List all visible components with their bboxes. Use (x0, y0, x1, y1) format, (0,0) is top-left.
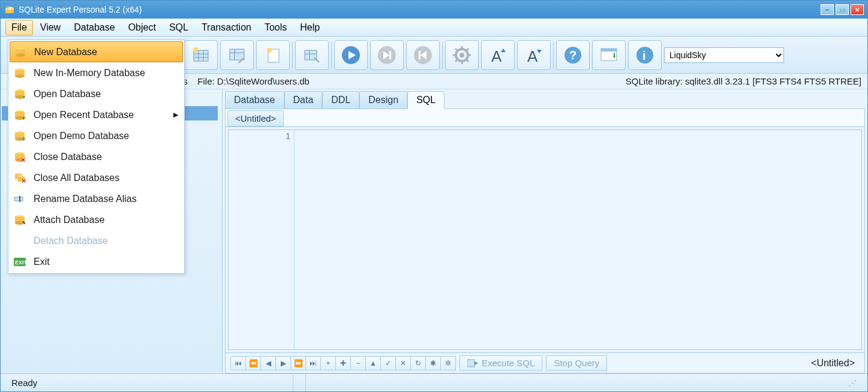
db-recent-icon: + (12, 107, 28, 123)
step-forward-button[interactable] (370, 40, 404, 70)
menu-help[interactable]: Help (294, 20, 326, 35)
nav-edit[interactable]: ▲ (365, 356, 381, 370)
menu-file[interactable]: File (5, 20, 33, 35)
nav-remove[interactable]: − (350, 356, 366, 370)
menu-sql[interactable]: SQL (163, 20, 194, 35)
svg-text:A: A (527, 47, 538, 65)
menu-item-label: Close Database (34, 152, 102, 162)
menu-object[interactable]: Object (122, 20, 162, 35)
data-view-button[interactable] (295, 40, 329, 70)
stop-query-button[interactable]: Stop Query (546, 355, 607, 371)
rename-icon (12, 191, 28, 207)
font-increase-button[interactable]: A (481, 40, 515, 70)
nav-add[interactable]: + (320, 356, 336, 370)
step-forward-icon (376, 44, 398, 66)
nav-refresh[interactable]: ↻ (410, 356, 426, 370)
close-button[interactable]: ✕ (851, 4, 864, 15)
exit-icon: EXIT (12, 254, 28, 270)
font-decrease-button[interactable]: A (517, 40, 551, 70)
app-icon (4, 4, 15, 15)
svg-text:EXIT: EXIT (15, 260, 26, 266)
nav-clearbm[interactable]: ✲ (440, 356, 456, 370)
status-text: Ready (5, 374, 293, 391)
settings-button[interactable] (445, 40, 479, 70)
script-new-icon (263, 46, 283, 65)
menu-close-all-databases[interactable]: × Close All Databases (10, 167, 183, 188)
svg-rect-9 (230, 49, 244, 60)
svg-text:×: × (22, 176, 26, 185)
design-table-button[interactable] (220, 40, 254, 70)
file-path-label: ts File: D:\SqliteWord\users.db (181, 76, 310, 86)
menu-open-recent-database[interactable]: + Open Recent Database ▶ (10, 104, 183, 125)
sqlite-lib-label: SQLite library: sqlite3.dll 3.23.1 [FTS3… (626, 76, 861, 86)
nav-prevpage[interactable]: ⏪ (245, 356, 261, 370)
subtab-untitled[interactable]: <Untitled> (227, 110, 284, 126)
menu-close-database[interactable]: × Close Database (10, 146, 183, 167)
svg-rect-24 (419, 51, 421, 59)
maximize-button[interactable]: ▭ (836, 4, 849, 15)
menu-item-label: Rename Database Alias (34, 194, 137, 204)
resize-grip-icon[interactable]: ⋰ (848, 378, 857, 388)
db-demo-icon: + (12, 128, 28, 144)
nav-bookmark[interactable]: ✱ (425, 356, 441, 370)
play-icon (340, 44, 362, 66)
tab-ddl[interactable]: DDL (322, 91, 359, 108)
nav-next[interactable]: ▶ (275, 356, 291, 370)
nav-nextpage[interactable]: ⏩ (290, 356, 306, 370)
nav-insert[interactable]: ✚ (335, 356, 351, 370)
db-mem-icon (12, 65, 28, 81)
menu-item-label: Open Recent Database (34, 110, 134, 120)
menu-exit[interactable]: EXIT Exit (10, 251, 183, 272)
status-sect-3: ⋰ (306, 374, 863, 391)
nav-prev[interactable]: ◀ (260, 356, 276, 370)
nav-post[interactable]: ✓ (380, 356, 396, 370)
menu-open-demo-database[interactable]: + Open Demo Database (10, 125, 183, 146)
sql-editor[interactable]: 1 (228, 129, 862, 350)
font-down-icon: A (524, 45, 544, 65)
nav-cancel[interactable]: ✕ (395, 356, 411, 370)
line-number: 1 (229, 131, 290, 141)
svg-text:A: A (491, 47, 502, 65)
menu-attach-database[interactable]: Attach Database (10, 209, 183, 230)
about-button[interactable]: i (628, 40, 662, 70)
menu-rename-database-alias[interactable]: Rename Database Alias (10, 188, 183, 209)
new-table-button[interactable] (184, 40, 218, 70)
svg-rect-21 (389, 51, 391, 59)
db-detach-icon (12, 233, 28, 249)
status-sect-2 (293, 374, 306, 391)
menu-database[interactable]: Database (68, 20, 121, 35)
execute-button[interactable] (334, 40, 368, 70)
step-back-button[interactable] (406, 40, 440, 70)
tab-design[interactable]: Design (359, 91, 407, 108)
doc-name-label: <Untitled> (811, 358, 860, 369)
menu-view[interactable]: View (34, 20, 67, 35)
tab-database[interactable]: Database (225, 91, 284, 108)
nav-last[interactable]: ⏭ (305, 356, 321, 370)
menu-new-inmemory-database[interactable]: New In-Memory Database (10, 62, 183, 83)
editor-body[interactable] (295, 130, 861, 349)
menu-tools[interactable]: Tools (259, 20, 293, 35)
menu-item-label: Attach Database (34, 215, 104, 225)
update-button[interactable] (592, 40, 626, 70)
menu-open-database[interactable]: Open Database (10, 83, 183, 104)
toolbar-sep-3 (442, 41, 443, 69)
db-new-icon (13, 44, 28, 60)
svg-rect-44 (614, 53, 615, 56)
help-button[interactable]: ? (556, 40, 590, 70)
svg-point-57 (15, 95, 25, 99)
theme-select[interactable]: LiquidSky (664, 47, 784, 63)
tab-sql[interactable]: SQL (407, 91, 444, 109)
new-script-button[interactable] (256, 40, 290, 70)
svg-point-13 (267, 48, 272, 53)
minimize-button[interactable]: ━ (821, 4, 834, 15)
nav-first[interactable]: ⏮ (230, 356, 246, 370)
menu-new-database[interactable]: New Database (10, 41, 183, 62)
menu-item-label: New In-Memory Database (34, 68, 145, 79)
step-back-icon (412, 44, 434, 66)
menu-item-label: Exit (34, 257, 50, 267)
toolbar-sep-1 (292, 41, 293, 69)
svg-text:+: + (22, 135, 26, 143)
execute-sql-button[interactable]: Execute SQL (459, 355, 542, 371)
tab-data[interactable]: Data (284, 91, 323, 108)
menu-transaction[interactable]: Transaction (196, 20, 257, 35)
